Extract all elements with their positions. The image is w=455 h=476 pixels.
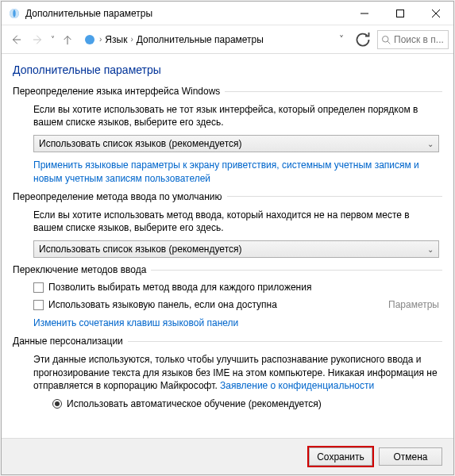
svg-point-9 — [383, 36, 389, 42]
group-header: Переключение методов ввода — [13, 264, 442, 275]
chevron-down-icon: ⌄ — [427, 140, 434, 148]
breadcrumb[interactable]: › Язык › Дополнительные параметры — [83, 33, 331, 46]
svg-rect-2 — [396, 10, 403, 17]
group-header: Переопределение метода ввода по умолчани… — [13, 191, 442, 202]
svg-line-10 — [388, 41, 390, 44]
search-icon — [381, 35, 391, 44]
chevron-down-icon: ⌄ — [427, 245, 434, 254]
checkbox-per-app-input[interactable]: Позволить выбирать метод ввода для каждо… — [33, 282, 439, 293]
chevron-right-icon: › — [99, 35, 102, 44]
button-bar: Сохранить Отмена — [2, 438, 453, 474]
window-frame: Дополнительные параметры ˅ › Язык › Допо… — [1, 1, 454, 475]
checkbox-icon[interactable] — [33, 300, 44, 310]
chevron-right-icon: › — [130, 35, 133, 44]
breadcrumb-item[interactable]: Дополнительные параметры — [137, 34, 264, 45]
history-dropdown-icon[interactable]: ˅ — [51, 35, 55, 44]
group-header: Переопределение языка интерфейса Windows — [13, 86, 442, 97]
up-button[interactable] — [58, 30, 77, 49]
refresh-button[interactable] — [353, 30, 372, 49]
minimize-button[interactable] — [346, 2, 382, 25]
close-button[interactable] — [418, 2, 453, 25]
window-controls — [346, 2, 453, 25]
breadcrumb-dropdown-icon[interactable]: ˅ — [334, 33, 349, 47]
svg-point-8 — [85, 35, 94, 44]
apply-to-welcome-link[interactable]: Применить языковые параметры к экрану пр… — [33, 159, 419, 183]
group-header: Данные персонализации — [13, 336, 442, 347]
privacy-link[interactable]: Заявление о конфиденциальности — [220, 380, 374, 391]
nav-toolbar: ˅ › Язык › Дополнительные параметры ˅ — [2, 25, 453, 54]
titlebar: Дополнительные параметры — [2, 2, 453, 25]
search-input[interactable] — [394, 34, 445, 45]
radio-icon[interactable] — [52, 399, 62, 409]
language-bar-options-link[interactable]: Параметры — [388, 299, 439, 310]
change-hotkeys-link[interactable]: Изменить сочетания клавиш языковой панел… — [33, 317, 238, 328]
forward-button[interactable] — [29, 30, 48, 49]
radio-auto-learning[interactable]: Использовать автоматическое обучение (ре… — [33, 398, 439, 409]
maximize-button[interactable] — [382, 2, 418, 25]
group-input-switching: Переключение методов ввода Позволить выб… — [13, 264, 442, 329]
interface-language-dropdown[interactable]: Использовать список языков (рекомендуетс… — [33, 135, 439, 152]
group-interface-language: Переопределение языка интерфейса Windows… — [13, 86, 442, 185]
content-area: Дополнительные параметры Переопределение… — [2, 54, 453, 438]
checkbox-icon[interactable] — [33, 282, 44, 293]
search-box[interactable] — [377, 30, 449, 49]
save-button[interactable]: Сохранить — [309, 447, 372, 466]
group-input-method: Переопределение метода ввода по умолчани… — [13, 191, 442, 258]
location-icon — [83, 33, 96, 46]
checkbox-language-bar[interactable]: Использовать языковую панель, если она д… — [33, 299, 439, 310]
input-method-dropdown[interactable]: Использовать список языков (рекомендуетс… — [33, 240, 439, 258]
window-title: Дополнительные параметры — [25, 8, 346, 19]
app-icon — [8, 7, 21, 20]
group-personalization: Данные персонализации Эти данные использ… — [13, 336, 442, 409]
cancel-button[interactable]: Отмена — [379, 447, 442, 466]
description-text: Эти данные используются, только чтобы ул… — [33, 353, 439, 392]
breadcrumb-item[interactable]: Язык — [105, 34, 127, 45]
description-text: Если вы хотите использовать метод ввода,… — [33, 209, 439, 234]
description-text: Если вы хотите использовать не тот язык … — [33, 103, 439, 129]
page-title: Дополнительные параметры — [13, 63, 442, 76]
back-button[interactable] — [6, 30, 25, 49]
